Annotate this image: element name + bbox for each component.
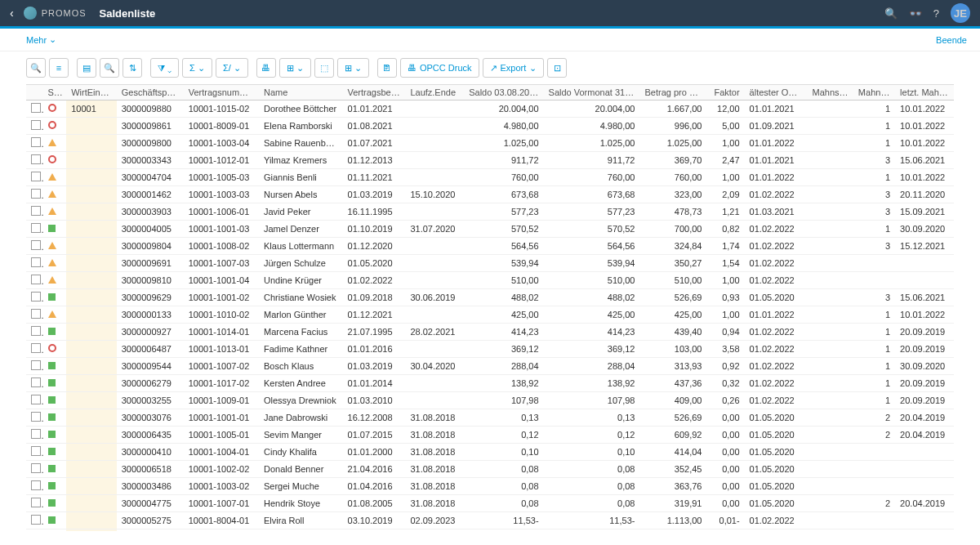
status-sq-icon xyxy=(48,362,56,369)
subtotal-dropdown[interactable]: Σ/ ⌄ xyxy=(216,58,248,78)
page-title: Saldenliste xyxy=(100,7,156,20)
row-checkbox[interactable] xyxy=(31,172,41,181)
row-checkbox[interactable] xyxy=(31,206,41,216)
col-lm[interactable]: letzt. Mahnung xyxy=(895,85,954,101)
status-tri-icon xyxy=(48,310,56,318)
col-gp[interactable]: Geschäftspartner xyxy=(117,85,184,101)
print-icon[interactable]: 🖶 xyxy=(256,58,276,78)
row-checkbox[interactable] xyxy=(31,395,41,404)
zoom-icon[interactable]: 🔍 xyxy=(100,58,119,78)
table-row[interactable]: 10001300000988010001-1015-02Dorothee Böt… xyxy=(26,101,954,118)
row-checkbox[interactable] xyxy=(31,292,41,302)
row-checkbox[interactable] xyxy=(31,137,41,147)
row-checkbox[interactable] xyxy=(31,446,41,456)
col-bpm[interactable]: Betrag pro Monat xyxy=(639,85,706,101)
col-name[interactable]: Name xyxy=(259,85,343,101)
status-sq-icon xyxy=(48,379,56,386)
row-checkbox[interactable] xyxy=(31,275,41,284)
status-sq-icon xyxy=(48,499,56,507)
doc-icon[interactable]: 🖹 xyxy=(377,58,397,78)
table-row[interactable]: 300000390310001-1006-01Javid Peker16.11.… xyxy=(26,203,954,221)
sum-dropdown[interactable]: Σ ⌄ xyxy=(182,58,212,78)
row-checkbox[interactable] xyxy=(31,515,41,525)
table-row[interactable]: 300000013310001-1010-02Marlon Günther01.… xyxy=(26,306,954,324)
table-row[interactable]: 300000980410001-1008-02Klaus Lottermann0… xyxy=(26,238,954,255)
row-checkbox[interactable] xyxy=(31,343,41,353)
table-row[interactable]: 300000643510001-1005-01Sevim Manger01.07… xyxy=(26,427,954,444)
filter-lines-icon[interactable]: ≡ xyxy=(49,58,69,78)
table-container[interactable]: St...WirtEinh ▲GeschäftspartnerVertragsn… xyxy=(26,84,954,531)
status-sq-icon xyxy=(48,328,56,335)
row-checkbox[interactable] xyxy=(31,223,41,233)
filter-icon[interactable]: ▤ xyxy=(77,58,96,78)
table-row[interactable]: 300000092710001-1014-01Marcena Facius21.… xyxy=(26,324,954,341)
layout-dropdown[interactable]: ⊞ ⌄ xyxy=(337,58,369,78)
binoculars-icon[interactable]: 👓 xyxy=(909,7,922,20)
table-row[interactable]: 300000325510001-1009-01Olessya Drewniok0… xyxy=(26,392,954,409)
export-icon[interactable]: ⬚ xyxy=(314,58,334,78)
back-button[interactable]: ‹ xyxy=(10,7,14,20)
table-row[interactable]: 300000981010001-1001-04Undine Krüger01.0… xyxy=(26,272,954,289)
row-checkbox[interactable] xyxy=(31,463,41,473)
row-checkbox[interactable] xyxy=(31,360,41,370)
row-checkbox[interactable] xyxy=(31,480,41,490)
row-checkbox[interactable] xyxy=(31,257,41,267)
avatar[interactable]: JE xyxy=(951,3,970,23)
table-row[interactable]: 300000348610001-1003-02Sergei Muche01.04… xyxy=(26,478,954,495)
row-checkbox[interactable] xyxy=(31,309,41,319)
search-icon[interactable]: 🔍 xyxy=(884,7,898,20)
search-button[interactable]: 🔍 xyxy=(26,58,46,78)
col-mvp[interactable]: Mahnsp. Vt xyxy=(807,85,853,101)
col-saldo[interactable]: Saldo 03.08.2022 xyxy=(464,85,543,101)
row-checkbox[interactable] xyxy=(31,377,41,387)
status-circle-icon xyxy=(48,104,56,112)
col-le[interactable]: Laufz.Ende xyxy=(405,85,464,101)
more-button[interactable]: Mehr ⌄ xyxy=(26,34,56,45)
row-checkbox[interactable] xyxy=(31,429,41,439)
table-row[interactable]: 300000307610001-1001-01Jane Dabrowski16.… xyxy=(26,409,954,427)
col-vm[interactable]: Saldo Vormonat 31.07.2022 xyxy=(544,85,640,101)
column-icon[interactable]: ⊡ xyxy=(547,58,567,78)
end-button[interactable]: Beende xyxy=(936,35,967,45)
table-row[interactable]: 300000477510001-1007-01Hendrik Stoye01.0… xyxy=(26,495,954,512)
status-sq-icon xyxy=(48,465,56,472)
help-icon[interactable]: ? xyxy=(933,7,939,20)
row-checkbox[interactable] xyxy=(31,154,41,164)
table-row[interactable]: 300000962910001-1001-02Christiane Wosiek… xyxy=(26,289,954,306)
funnel-dropdown[interactable]: ⧩ ⌄ xyxy=(150,58,179,78)
table-row[interactable]: 300000400510001-1001-03Jamel Denzer01.10… xyxy=(26,221,954,238)
col-vn[interactable]: Vertragsnummer xyxy=(184,85,259,101)
status-tri-icon xyxy=(48,139,56,146)
col-vb[interactable]: Vertragsbeginn xyxy=(343,85,406,101)
row-checkbox[interactable] xyxy=(31,412,41,422)
table-row[interactable]: 300000334310001-1012-01Yilmaz Kremers01.… xyxy=(26,152,954,169)
table-row[interactable]: 300000627910001-1017-02Kersten Andree01.… xyxy=(26,375,954,392)
export-dropdown[interactable]: ↗ Export ⌄ xyxy=(483,58,545,78)
table-row[interactable]: 300000527510001-8004-01Elvira Roll03.10.… xyxy=(26,512,954,529)
table-row[interactable]: 300000969110001-1007-03Jürgen Schulze01.… xyxy=(26,255,954,272)
table-row[interactable]: 300000980010001-1003-04Sabine Rauenberg0… xyxy=(26,135,954,152)
col-mvt[interactable]: Mahnst. Vt xyxy=(853,85,895,101)
row-checkbox[interactable] xyxy=(31,326,41,336)
col-wirt[interactable]: WirtEinh ▲ xyxy=(66,85,117,101)
table-row[interactable]: 300000986110001-8009-01Elena Ramborski01… xyxy=(26,118,954,135)
table-row[interactable]: 300000651810001-1002-02Donald Benner21.0… xyxy=(26,461,954,478)
col-fk[interactable]: Faktor xyxy=(706,85,744,101)
row-checkbox[interactable] xyxy=(31,189,41,199)
view-dropdown[interactable]: ⊞ ⌄ xyxy=(279,58,311,78)
table-row[interactable]: 300000648710001-1013-01Fadime Kathner01.… xyxy=(26,341,954,358)
col-op[interactable]: ältester OP fällig xyxy=(745,85,808,101)
col-st[interactable]: St... xyxy=(43,85,67,101)
opcc-print-button[interactable]: 🖶 OPCC Druck xyxy=(400,58,479,78)
table-row[interactable]: 300000470410001-1005-03Giannis Benli01.1… xyxy=(26,169,954,186)
row-checkbox[interactable] xyxy=(31,498,41,507)
row-checkbox[interactable] xyxy=(31,120,41,130)
row-checkbox[interactable] xyxy=(31,240,41,250)
table-row[interactable]: 300000041010001-1004-01Cindy Khalifa01.0… xyxy=(26,444,954,461)
col-chk[interactable] xyxy=(26,85,43,101)
table-row[interactable]: 300000954410001-1007-02Bosch Klaus01.03.… xyxy=(26,358,954,375)
table-row[interactable]: 300000146210001-1003-03Nursen Abels01.03… xyxy=(26,186,954,203)
row-checkbox[interactable] xyxy=(31,103,41,113)
sort-icon[interactable]: ⇅ xyxy=(122,58,142,78)
table-row[interactable]: 300000036610001-1019-01Svea Grigutsch01.… xyxy=(26,529,954,532)
